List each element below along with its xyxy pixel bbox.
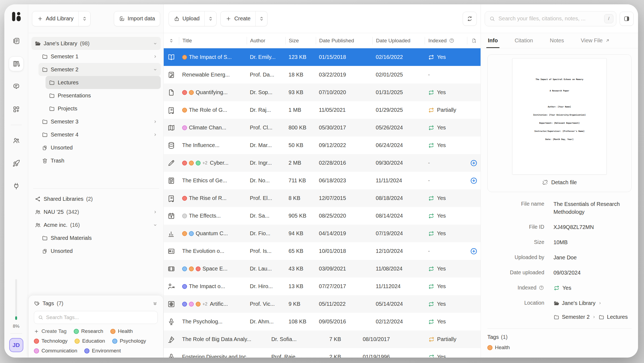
create-tag-button[interactable]: Create Tag bbox=[34, 328, 67, 334]
title-cell[interactable]: The Impact of S... bbox=[179, 54, 247, 60]
table-row[interactable]: Quantifying...Dr. Sop...93 KB07/10/20200… bbox=[164, 84, 481, 101]
title-cell[interactable]: Climate Chan... bbox=[179, 125, 247, 131]
sort-column-header[interactable] bbox=[164, 37, 179, 44]
collapse-tags-icon[interactable] bbox=[152, 301, 158, 306]
title-cell[interactable]: +2Artific... bbox=[179, 301, 247, 307]
date-uploaded-column-header[interactable]: Date Uploaded bbox=[372, 37, 425, 44]
sidebar-item-semester-4[interactable]: Semester 4 bbox=[38, 128, 161, 141]
title-cell[interactable]: Space E... bbox=[179, 266, 247, 272]
sidebar-item-projects[interactable]: Projects bbox=[46, 102, 161, 115]
title-cell[interactable]: The Psycholog... bbox=[179, 319, 247, 325]
create-button[interactable]: Create bbox=[220, 11, 268, 26]
rail-item-plug[interactable] bbox=[9, 179, 24, 193]
tag-chip-research[interactable]: Research bbox=[74, 328, 103, 334]
add-library-button[interactable]: Add Library bbox=[32, 11, 91, 26]
title-cell[interactable]: Quantifying... bbox=[179, 89, 247, 95]
sidebar-item-acme-inc-[interactable]: Acme inc.(16) bbox=[31, 218, 161, 231]
title-cell[interactable]: The Impact o... bbox=[179, 283, 247, 289]
table-row[interactable]: The Rise of R...Prof. El...8 KB12/07/201… bbox=[164, 189, 481, 207]
date-published-column-header[interactable]: Date Published bbox=[316, 37, 373, 44]
tag-chip-education[interactable]: Education bbox=[75, 338, 105, 344]
rail-item-library[interactable] bbox=[9, 56, 24, 71]
table-row[interactable]: The Psycholog...Dr. Ahm...108 KB09/05/20… bbox=[164, 313, 481, 330]
attach-file-button[interactable] bbox=[470, 177, 478, 185]
title-cell[interactable]: The Ethics of Ge... bbox=[179, 177, 247, 184]
tag-chip-health[interactable]: Health bbox=[487, 345, 510, 351]
sidebar-item-semester-3[interactable]: Semester 3 bbox=[38, 115, 161, 128]
sidebar-item-nau-25[interactable]: NAU '25(342) bbox=[31, 205, 161, 218]
import-data-button[interactable]: Import data bbox=[114, 11, 160, 26]
rail-item-chat[interactable] bbox=[9, 79, 24, 94]
table-row[interactable]: The Ethics of Ge...Dr. No...711 KB06/18/… bbox=[164, 172, 481, 189]
rail-item-rocket[interactable] bbox=[9, 156, 24, 171]
rail-item-users[interactable] bbox=[9, 133, 24, 148]
avatar[interactable]: JD bbox=[9, 338, 23, 352]
table-row[interactable]: The Effects...Dr. Sa...905 KB08/25/20200… bbox=[164, 207, 481, 225]
sidebar-item-shared-libraries[interactable]: Shared Libraries(2) bbox=[31, 192, 161, 205]
table-row[interactable]: Quantum C...Dr. Fio...94 KB04/14/201907/… bbox=[164, 225, 481, 242]
title-cell[interactable]: The Influence... bbox=[179, 142, 247, 148]
tag-chip-psychology[interactable]: Psychology bbox=[112, 338, 146, 344]
title-cell[interactable]: The Role of Big Data Analy... bbox=[179, 336, 268, 342]
title-cell[interactable]: The Rise of R... bbox=[179, 195, 247, 201]
title-cell[interactable]: Renewable Energ... bbox=[179, 72, 247, 78]
title-cell[interactable]: The Evolution o... bbox=[179, 248, 247, 254]
title-cell[interactable]: +2Cyber... bbox=[179, 160, 247, 166]
sidebar-item-semester-1[interactable]: Semester 1 bbox=[38, 50, 161, 63]
location-breadcrumb[interactable]: Semester 2Lectures bbox=[553, 313, 628, 321]
tab-info[interactable]: Info bbox=[488, 33, 498, 48]
create-dropdown[interactable] bbox=[255, 11, 267, 26]
table-row[interactable]: The Influence...Dr. Mar...50 KB09/12/202… bbox=[164, 136, 481, 154]
tag-search-input[interactable] bbox=[46, 314, 154, 320]
toggle-panel-button[interactable] bbox=[620, 12, 634, 26]
tab-notes[interactable]: Notes bbox=[550, 33, 564, 48]
attach-file-button[interactable] bbox=[470, 247, 478, 255]
table-row[interactable]: The Evolution o...Prof. Is...65 KB10/01/… bbox=[164, 242, 481, 260]
title-cell[interactable]: The Role of G... bbox=[179, 107, 247, 113]
table-row[interactable]: +2Cyber...Dr. Ingr...2 MB02/28/201609/30… bbox=[164, 154, 481, 172]
tag-chip-environment[interactable]: Environment bbox=[84, 348, 121, 354]
table-row[interactable]: The Role of G...Dr. Raj...1 MB11/05/2021… bbox=[164, 101, 481, 119]
sync-button[interactable] bbox=[463, 12, 477, 26]
rail-item-apps-plus[interactable] bbox=[9, 102, 24, 117]
search-input[interactable] bbox=[498, 15, 601, 22]
tab-view-file[interactable]: View File bbox=[581, 33, 610, 48]
size-column-header[interactable]: Size bbox=[285, 37, 316, 44]
rail-item-notes[interactable] bbox=[9, 34, 24, 48]
sidebar-item-shared-materials[interactable]: Shared Materials bbox=[38, 231, 161, 244]
title-column-header[interactable]: Title bbox=[179, 37, 247, 44]
table-row[interactable]: The Impact o...Dr. Hiro...13 KB07/27/201… bbox=[164, 278, 481, 295]
add-library-dropdown[interactable] bbox=[78, 11, 90, 26]
table-row[interactable]: Space E...Dr. Lau...43 KB03/09/202111/08… bbox=[164, 260, 481, 278]
table-row[interactable]: Renewable Energ...Prof. Da...18 KB03/22/… bbox=[164, 66, 481, 84]
tag-chip-communication[interactable]: Communication bbox=[34, 348, 77, 354]
title-cell[interactable]: Quantum C... bbox=[179, 230, 247, 237]
sidebar-item-trash[interactable]: Trash bbox=[38, 154, 161, 167]
sidebar-item-presentations[interactable]: Presentations bbox=[46, 89, 161, 102]
sidebar-item-semester-2[interactable]: Semester 2 bbox=[38, 63, 161, 76]
title-cell[interactable]: The Effects... bbox=[179, 213, 247, 219]
detach-column-header[interactable] bbox=[467, 37, 481, 44]
global-search[interactable]: / bbox=[485, 11, 616, 26]
tag-search[interactable] bbox=[34, 311, 158, 324]
attach-file-button[interactable] bbox=[470, 159, 478, 167]
table-row[interactable]: Fostering Diversity and Inc...Prof. Raje… bbox=[164, 348, 481, 358]
upload-dropdown[interactable] bbox=[204, 11, 216, 26]
indexed-column-header[interactable]: Indexed bbox=[425, 37, 467, 44]
tag-chip-technology[interactable]: Technology bbox=[34, 338, 67, 344]
table-row[interactable]: The Impact of S...Dr. Emily...123 KB01/1… bbox=[164, 48, 481, 66]
tab-citation[interactable]: Citation bbox=[515, 33, 533, 48]
sidebar-item-lectures[interactable]: Lectures bbox=[46, 76, 161, 89]
author-column-header[interactable]: Author bbox=[247, 37, 285, 44]
title-cell[interactable]: Fostering Diversity and Inc... bbox=[179, 354, 268, 358]
location-breadcrumb[interactable]: Jane's Library bbox=[553, 299, 628, 307]
table-row[interactable]: Climate Chan...Prof. Cl...800 KB05/30/20… bbox=[164, 119, 481, 136]
sidebar-item-unsorted[interactable]: Unsorted bbox=[38, 244, 161, 257]
tag-chip-health[interactable]: Health bbox=[110, 328, 133, 334]
sidebar-item-jane-s-library[interactable]: Jane's Library(98) bbox=[31, 37, 161, 50]
upload-button[interactable]: Upload bbox=[169, 11, 217, 26]
table-row[interactable]: The Role of Big Data Analy...Dr. Sofia..… bbox=[164, 330, 481, 348]
sidebar-item-unsorted[interactable]: Unsorted bbox=[38, 141, 161, 154]
detach-file-button[interactable]: Detach file bbox=[491, 174, 627, 190]
document-preview[interactable]: The Impact of Spectral Echoes on MemoryA… bbox=[512, 58, 607, 174]
